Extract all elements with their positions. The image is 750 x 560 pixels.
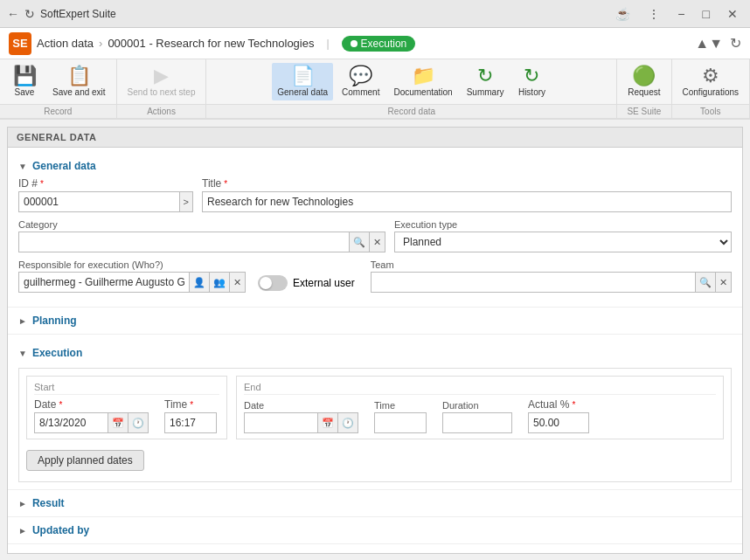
next-step-label: Send to next step bbox=[128, 87, 196, 97]
execution-fields-container: Start Date * 📅 🕐 bbox=[18, 368, 732, 482]
resp-person-btn[interactable]: 👤 bbox=[190, 272, 210, 293]
history-label: History bbox=[518, 87, 545, 97]
start-block: Start Date * 📅 🕐 bbox=[26, 376, 227, 439]
duration-field: Duration bbox=[442, 400, 512, 433]
breadcrumb-separator: › bbox=[99, 37, 102, 50]
save-exit-button[interactable]: 📋 Save and exit bbox=[47, 63, 111, 100]
resp-input[interactable] bbox=[18, 272, 190, 293]
status-dot bbox=[351, 40, 358, 47]
toolbar-group-record-data-body: 📄 General data 💬 Comment 📁 Documentation… bbox=[206, 59, 616, 104]
end-time-input[interactable] bbox=[374, 412, 427, 433]
nav-up-btn[interactable]: ▲▼ bbox=[695, 36, 723, 52]
resp-group-btn[interactable]: 👥 bbox=[210, 272, 230, 293]
breadcrumb-bar: SE Action data › 000001 - Research for n… bbox=[0, 28, 750, 59]
general-data-section: ▼ General data ID # * > Title * bbox=[8, 148, 742, 308]
id-input[interactable] bbox=[18, 191, 180, 212]
updated-by-arrow: ► bbox=[18, 526, 27, 536]
maximize-btn[interactable]: □ bbox=[698, 5, 715, 23]
end-date-input-group: 📅 🕐 bbox=[244, 412, 358, 433]
minimize-btn[interactable]: − bbox=[672, 5, 690, 23]
general-data-arrow: ▼ bbox=[18, 162, 27, 171]
team-clear-btn[interactable]: ✕ bbox=[716, 272, 732, 293]
start-date-calendar-btn[interactable]: 📅 bbox=[108, 412, 128, 433]
save-button[interactable]: 💾 Save bbox=[5, 63, 44, 100]
nav-refresh-btn[interactable]: ↻ bbox=[730, 35, 741, 52]
documentation-tab[interactable]: 📁 Documentation bbox=[388, 63, 457, 100]
planning-title: Planning bbox=[32, 315, 77, 327]
resp-team-row: Responsible for execution (Who?) 👤 👥 ✕ E… bbox=[18, 259, 732, 293]
start-date-input-group: 📅 🕐 bbox=[34, 412, 149, 433]
breadcrumb-section: Action data bbox=[37, 37, 94, 50]
puzzle-icon[interactable]: ☕ bbox=[610, 5, 635, 23]
request-button[interactable]: 🟢 Request bbox=[622, 63, 665, 100]
app-logo: SE bbox=[9, 32, 31, 55]
documentation-label: Documentation bbox=[393, 87, 452, 97]
external-user-toggle-wrap: External user bbox=[258, 275, 355, 293]
general-data-label: General data bbox=[277, 87, 328, 97]
back-icon[interactable]: ← bbox=[7, 7, 19, 21]
start-time-label: Time * bbox=[164, 398, 217, 411]
summary-label: Summary bbox=[467, 87, 504, 97]
close-btn[interactable]: ✕ bbox=[722, 5, 743, 23]
category-input-group: 🔍 ✕ bbox=[18, 232, 385, 252]
title-field: Title * bbox=[202, 177, 732, 212]
save-exit-label: Save and exit bbox=[52, 87, 106, 97]
updated-by-section[interactable]: ► Updated by bbox=[8, 517, 742, 544]
result-section[interactable]: ► Result bbox=[8, 490, 742, 517]
menu-icon[interactable]: ⋮ bbox=[642, 5, 665, 23]
general-data-section-title: General data bbox=[32, 160, 96, 172]
start-date-time-btn[interactable]: 🕐 bbox=[128, 412, 149, 433]
end-date-calendar-btn[interactable]: 📅 bbox=[318, 412, 338, 433]
category-search-btn[interactable]: 🔍 bbox=[350, 232, 370, 252]
team-input[interactable] bbox=[371, 272, 696, 293]
team-search-btn[interactable]: 🔍 bbox=[696, 272, 716, 293]
toolbar-groups-row: 💾 Save 📋 Save and exit Record ▶ Send to … bbox=[0, 59, 750, 118]
category-input[interactable] bbox=[18, 232, 350, 252]
id-required: * bbox=[40, 179, 44, 189]
comment-tab[interactable]: 💬 Comment bbox=[337, 63, 385, 100]
start-date-time-row: Date * 📅 🕐 Time bbox=[34, 398, 219, 433]
updated-by-title: Updated by bbox=[32, 524, 89, 536]
category-clear-btn[interactable]: ✕ bbox=[370, 232, 385, 252]
team-input-group: 🔍 ✕ bbox=[371, 272, 732, 293]
start-date-input[interactable] bbox=[34, 412, 108, 433]
summary-tab[interactable]: ↻ Summary bbox=[462, 63, 510, 100]
result-arrow: ► bbox=[18, 499, 27, 508]
toolbar-group-actions-footer: Actions bbox=[117, 104, 206, 118]
apply-planned-dates-button[interactable]: Apply planned dates bbox=[26, 450, 144, 471]
id-title-row: ID # * > Title * bbox=[18, 177, 732, 212]
history-tab[interactable]: ↻ History bbox=[512, 63, 551, 100]
general-data-tab[interactable]: 📄 General data bbox=[272, 63, 333, 100]
duration-input[interactable] bbox=[442, 412, 512, 433]
exec-type-select[interactable]: Planned Unplanned bbox=[394, 232, 732, 252]
title-label: Title * bbox=[202, 177, 732, 190]
responsible-field: Responsible for execution (Who?) 👤 👥 ✕ bbox=[18, 259, 246, 293]
result-title: Result bbox=[32, 497, 65, 509]
actual-pct-label: Actual % * bbox=[528, 398, 589, 411]
id-lookup-btn[interactable]: > bbox=[180, 191, 193, 212]
toolbar-group-record-footer: Record bbox=[0, 104, 116, 118]
end-date-time-btn[interactable]: 🕐 bbox=[338, 412, 358, 433]
toolbar-group-sesuite-body: 🟢 Request bbox=[617, 59, 670, 104]
title-bar: ← ↻ SoftExpert Suite ☕ ⋮ − □ ✕ bbox=[0, 0, 750, 28]
execution-title: Execution bbox=[32, 347, 82, 359]
general-data-toggle[interactable]: ▼ General data bbox=[18, 155, 732, 177]
planning-section[interactable]: ► Planning bbox=[8, 308, 742, 335]
external-user-toggle[interactable] bbox=[258, 275, 288, 291]
refresh-icon[interactable]: ↻ bbox=[24, 7, 35, 21]
planning-arrow: ► bbox=[18, 316, 27, 326]
configurations-button[interactable]: ⚙ Configurations bbox=[677, 63, 744, 100]
actual-pct-input[interactable] bbox=[528, 412, 589, 433]
start-block-label: Start bbox=[34, 382, 219, 395]
send-next-step-button[interactable]: ▶ Send to next step bbox=[122, 63, 201, 100]
category-field: Category 🔍 ✕ bbox=[18, 219, 385, 252]
resp-input-group: 👤 👥 ✕ bbox=[18, 272, 246, 293]
execution-toggle[interactable]: ▼ Execution bbox=[18, 342, 732, 364]
end-date-input[interactable] bbox=[244, 412, 318, 433]
toolbar: 💾 Save 📋 Save and exit Record ▶ Send to … bbox=[0, 59, 750, 120]
actual-pct-field: Actual % * bbox=[528, 398, 589, 433]
resp-clear-btn[interactable]: ✕ bbox=[230, 272, 246, 293]
title-input[interactable] bbox=[202, 191, 732, 212]
start-time-input[interactable] bbox=[164, 412, 217, 433]
toolbar-group-tools: ⚙ Configurations Tools bbox=[672, 59, 750, 118]
